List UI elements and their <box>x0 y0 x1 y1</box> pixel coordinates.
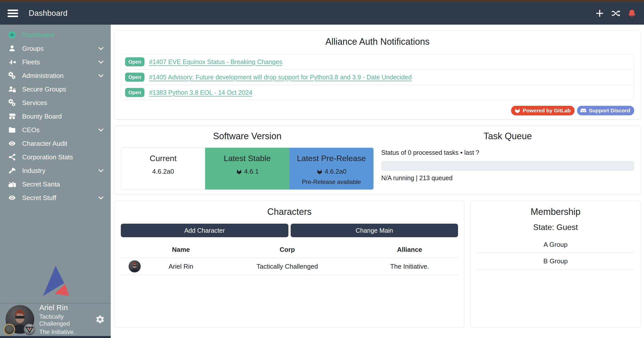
sidebar-item-label: Secret Stuff <box>22 194 56 202</box>
sidebar-item-label: Secret Santa <box>22 180 60 188</box>
status-badge: Open <box>125 73 144 82</box>
prerelease-note: Pre-Release available <box>289 178 373 185</box>
sidebar-item-groups[interactable]: Groups <box>0 42 111 55</box>
sidebar-menu: DashboardGroupsFleetsAdministrationSecur… <box>0 25 111 205</box>
sidebar-item-secure-groups[interactable]: Secure Groups <box>0 82 111 96</box>
notification-link[interactable]: #1407 EVE Equinox Status - Breaking Chan… <box>149 58 282 66</box>
notifications-list: Open#1407 EVE Equinox Status - Breaking … <box>121 54 634 100</box>
gitlab-icon <box>514 107 521 114</box>
user-alliance: The Initiative. <box>39 328 95 335</box>
version-stable-label: Latest Stable <box>205 154 289 163</box>
sidebar-item-fleets[interactable]: Fleets <box>0 55 111 69</box>
table-row: Ariel RinTactically ChallengedThe Initia… <box>121 258 458 275</box>
membership-groups-list: A GroupB Group <box>477 236 634 270</box>
membership-panel: Membership State: Guest A GroupB Group <box>471 201 640 328</box>
sidebar-item-bounty-board[interactable]: Bounty Board <box>0 110 111 123</box>
shuffle-icon[interactable] <box>611 9 620 18</box>
gitlab-badge-label: Powered by GitLab <box>523 108 571 114</box>
version-stable-value: 4.6.1 <box>244 168 259 175</box>
task-queue-note: N/A running | 213 queued <box>381 174 634 182</box>
characters-title: Characters <box>121 207 458 217</box>
corp-column-header: Corp <box>213 242 361 258</box>
gears-icon <box>8 72 17 80</box>
characters-table: Name Corp Alliance Ariel RinTactically C… <box>121 242 458 275</box>
jet-icon <box>8 58 17 66</box>
sidebar-item-label: Industry <box>22 167 46 175</box>
dashboard-icon <box>8 31 17 39</box>
notifications-title: Alliance Auth Notifications <box>121 36 634 47</box>
task-queue-title: Task Queue <box>381 131 634 141</box>
corp-logo-badge <box>4 324 15 335</box>
notification-item: Open#1405 Advisory: Future development w… <box>121 69 634 85</box>
topbar-actions <box>595 9 636 18</box>
sidebar-item-secret-santa[interactable]: Secret Santa <box>0 177 111 191</box>
user-lock-icon <box>8 85 17 93</box>
support-discord-badge[interactable]: Support Discord <box>577 106 634 115</box>
notification-item: Open#1407 EVE Equinox Status - Breaking … <box>121 54 634 69</box>
sidebar-item-industry[interactable]: Industry <box>0 164 111 177</box>
sidebar-item-character-audit[interactable]: Character Audit <box>0 137 111 150</box>
notifications-bell-icon[interactable] <box>627 9 636 18</box>
sidebar-item-corporation-stats[interactable]: Corporation Stats <box>0 150 111 164</box>
sidebar-item-label: Dashboard <box>22 31 54 39</box>
eye-icon <box>8 194 17 202</box>
folder-icon <box>8 126 17 134</box>
sidebar-item-label: Corporation Stats <box>22 153 73 161</box>
gitlab-tanuki-icon <box>236 168 242 175</box>
gears-icon <box>8 99 17 107</box>
sidebar-item-label: Secure Groups <box>22 85 66 93</box>
user-avatar <box>6 305 34 334</box>
page-title: Dashboard <box>29 9 67 18</box>
sidebar-item-services[interactable]: Services <box>0 96 111 110</box>
chevron-down-icon <box>97 58 105 66</box>
version-current: Current 4.6.2a0 <box>121 148 205 189</box>
user-settings-gear-icon[interactable] <box>95 315 105 324</box>
notification-link[interactable]: #1383 Python 3.8 EOL - 14 Oct 2024 <box>149 89 252 96</box>
add-character-button[interactable]: Add Character <box>121 224 288 237</box>
store-icon <box>8 112 17 120</box>
sidebar-item-label: Groups <box>22 45 44 53</box>
membership-group: A Group <box>477 236 634 253</box>
version-prerelease-label: Latest Pre-Release <box>289 154 373 163</box>
notification-link[interactable]: #1405 Advisory: Future development will … <box>149 74 412 81</box>
status-badge: Open <box>125 88 144 97</box>
gifts-icon <box>8 180 17 188</box>
change-main-button[interactable]: Change Main <box>291 224 458 237</box>
version-latest-prerelease: Latest Pre-Release 4.6.2a0 Pre-Release a… <box>289 148 373 189</box>
top-accent-line <box>0 0 644 2</box>
membership-title: Membership <box>477 207 634 217</box>
version-strip: Current 4.6.2a0 Latest Stable 4.6.1 Late… <box>121 148 374 190</box>
notifications-panel: Alliance Auth Notifications Open#1407 EV… <box>115 30 640 120</box>
sidebar-item-label: Character Audit <box>22 140 67 148</box>
version-current-value: 4.6.2a0 <box>152 168 174 175</box>
powered-by-gitlab-badge[interactable]: Powered by GitLab <box>511 106 575 115</box>
version-current-label: Current <box>121 154 205 163</box>
user-corporation: Tactically Challenged <box>39 313 95 327</box>
sidebar-item-ceos[interactable]: CEOs <box>0 123 111 137</box>
alliance-column-header: Alliance <box>361 242 458 258</box>
chevron-down-icon <box>97 194 105 202</box>
sidebar-bottom-strip <box>0 336 111 338</box>
sidebar-item-label: Administration <box>22 72 64 80</box>
add-icon[interactable] <box>595 9 604 18</box>
top-navbar: Dashboard <box>0 2 644 25</box>
task-queue-progressbar <box>381 161 634 171</box>
sidebar-item-administration[interactable]: Administration <box>0 69 111 82</box>
notifications-footer: Powered by GitLab Support Discord <box>121 106 634 115</box>
share-icon <box>8 153 17 161</box>
main-content: Alliance Auth Notifications Open#1407 EV… <box>111 25 644 338</box>
eye-icon <box>8 139 17 148</box>
character-portrait <box>129 260 141 272</box>
status-badge: Open <box>125 57 144 66</box>
membership-group: B Group <box>477 253 634 270</box>
character-corp: Tactically Challenged <box>213 258 361 275</box>
sidebar-item-label: CEOs <box>22 126 40 134</box>
menu-toggle-icon[interactable] <box>8 10 18 17</box>
sidebar-item-secret-stuff[interactable]: Secret Stuff <box>0 191 111 205</box>
user-info: Ariel Rin Tactically Challenged The Init… <box>39 303 95 335</box>
name-column-header: Name <box>148 242 213 258</box>
hammer-icon <box>8 167 17 175</box>
alliance-logo-badge <box>24 324 35 335</box>
membership-state: State: Guest <box>477 223 634 232</box>
sidebar-item-dashboard[interactable]: Dashboard <box>0 28 111 42</box>
